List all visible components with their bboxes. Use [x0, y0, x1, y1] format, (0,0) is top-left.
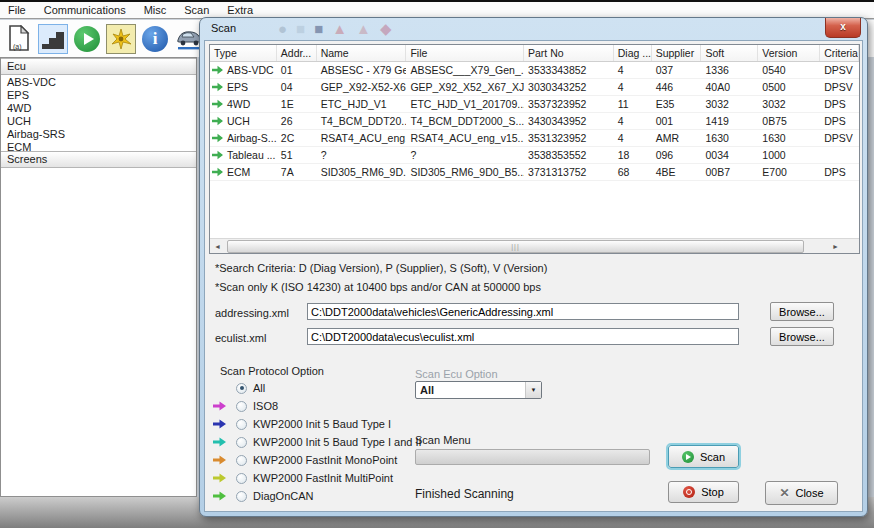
- protocol-option-all[interactable]: All: [213, 380, 265, 396]
- column-header-criteria[interactable]: Criteria: [820, 45, 859, 61]
- cell-name: RSAT4_ACU_eng...: [317, 132, 407, 144]
- protocol-radio[interactable]: [236, 383, 247, 394]
- column-header-version[interactable]: Version: [758, 45, 820, 61]
- chevron-down-icon[interactable]: ▼: [525, 382, 541, 398]
- cell-supplier: 4BE: [652, 166, 702, 178]
- dialog-title: Scan: [211, 22, 236, 34]
- menu-item-misc[interactable]: Misc: [144, 4, 167, 16]
- scroll-right-icon[interactable]: ►: [828, 240, 843, 253]
- menu-item-extra[interactable]: Extra: [227, 4, 253, 16]
- info-icon[interactable]: i: [140, 24, 170, 54]
- column-header-type[interactable]: Type: [210, 45, 277, 61]
- protocol-option-kwp2000-fastinit-monopoint[interactable]: KWP2000 FastInit MonoPoint: [213, 452, 397, 468]
- protocol-radio[interactable]: [236, 491, 247, 502]
- cell-addr: 51: [277, 149, 317, 161]
- column-header-part_no[interactable]: Part No: [524, 45, 614, 61]
- scan-ecu-option-dropdown[interactable]: All ▼: [415, 381, 542, 399]
- sidebar-screens-header[interactable]: Screens: [1, 151, 196, 168]
- scrollbar-thumb[interactable]: |||: [227, 240, 804, 253]
- column-header-name[interactable]: Name: [317, 45, 407, 61]
- watermark-ghost-icons: ● ■ ■ ▲ ▲ ◆: [278, 20, 391, 38]
- cell-version: 1630: [758, 132, 820, 144]
- column-header-diag[interactable]: Diag ...: [614, 45, 652, 61]
- menu-item-communications[interactable]: Communications: [44, 4, 126, 16]
- scroll-left-icon[interactable]: ◄: [210, 240, 225, 253]
- table-row[interactable]: EPS04GEP_X92-X52-X6...GEP_X92_X52_X67_XJ…: [210, 79, 859, 96]
- protocol-option-label: KWP2000 FastInit MultiPoint: [253, 472, 393, 484]
- table-row[interactable]: 4WD1EETC_HJD_V1ETC_HJD_V1_201709...35373…: [210, 96, 859, 113]
- protocol-arrow-icon: [213, 454, 226, 466]
- cell-addr: 1E: [277, 98, 317, 110]
- menu-item-file[interactable]: File: [8, 4, 26, 16]
- protocol-option-label: KWP2000 Init 5 Baud Type I: [253, 418, 391, 430]
- steps-icon[interactable]: [38, 24, 68, 54]
- protocol-radio[interactable]: [236, 437, 247, 448]
- protocol-radio[interactable]: [236, 401, 247, 412]
- sidebar-item-eps[interactable]: EPS: [1, 89, 196, 102]
- protocol-arrow-icon: [213, 400, 226, 412]
- dialog-titlebar[interactable]: Scan ● ■ ■ ▲ ▲ ◆ x: [200, 18, 867, 40]
- cell-part_no: 3533343852: [524, 64, 614, 76]
- green-arrow-icon: [212, 82, 223, 93]
- table-row[interactable]: UCH26T4_BCM_DDT20...T4_BCM_DDT2000_S...3…: [210, 113, 859, 130]
- protocol-arrow-icon: [213, 436, 226, 448]
- table-row[interactable]: ECM7ASID305_RM6_9D...SID305_RM6_9D0_B5..…: [210, 164, 859, 181]
- protocol-option-kwp2000-fastinit-multipoint[interactable]: KWP2000 FastInit MultiPoint: [213, 470, 393, 486]
- protocol-option-label: KWP2000 FastInit MonoPoint: [253, 454, 397, 466]
- sidebar-item-4wd[interactable]: 4WD: [1, 102, 196, 115]
- table-row[interactable]: ABS-VDC01ABSESC - X79 Ge...ABSESC___X79_…: [210, 62, 859, 79]
- cell-diag: 18: [614, 149, 652, 161]
- protocol-arrow-icon: [213, 418, 226, 430]
- table-row[interactable]: Airbag-S...2CRSAT4_ACU_eng...RSAT4_ACU_e…: [210, 130, 859, 147]
- addressing-browse-button[interactable]: Browse...: [770, 302, 834, 321]
- protocol-option-diagoncan[interactable]: DiagOnCAN: [213, 488, 314, 504]
- scan-ecu-option-value: All: [416, 384, 525, 396]
- protocol-option-kwp2000-init-5-baud-type-i-and-ii[interactable]: KWP2000 Init 5 Baud Type I and II: [213, 434, 422, 450]
- eculist-xml-input[interactable]: [307, 328, 739, 345]
- protocol-radio[interactable]: [236, 455, 247, 466]
- stop-button[interactable]: Stop: [668, 481, 739, 503]
- cell-addr: 26: [277, 115, 317, 127]
- column-header-file[interactable]: File: [406, 45, 524, 61]
- protocol-option-label: All: [253, 382, 265, 394]
- green-arrow-icon: [212, 99, 223, 110]
- titlebar-close-button[interactable]: x: [825, 18, 861, 38]
- dialog-client-area: TypeAddr...NameFilePart NoDiag ...Suppli…: [204, 40, 863, 512]
- table-row[interactable]: Tableau ...51??35383535521809600341000: [210, 147, 859, 164]
- cell-soft: 0034: [702, 149, 759, 161]
- protocol-option-kwp2000-init-5-baud-type-i[interactable]: KWP2000 Init 5 Baud Type I: [213, 416, 391, 432]
- menu-item-scan[interactable]: Scan: [184, 4, 209, 16]
- sidebar-ecu-header[interactable]: Ecu: [1, 58, 196, 75]
- cell-criteria: DPSV: [820, 81, 859, 93]
- horizontal-scrollbar[interactable]: ◄ ||| ►: [210, 238, 859, 253]
- eculist-browse-button[interactable]: Browse...: [770, 327, 834, 346]
- scan-button[interactable]: Scan: [668, 445, 739, 468]
- scan-protocol-option-title: Scan Protocol Option: [220, 365, 324, 377]
- close-button[interactable]: ✕ Close: [765, 481, 838, 505]
- sidebar-item-abs-vdc[interactable]: ABS-VDC: [1, 76, 196, 89]
- cell-type: ECM: [223, 166, 277, 178]
- new-document-icon[interactable]: (a): [4, 24, 34, 54]
- protocol-radio[interactable]: [236, 473, 247, 484]
- protocol-option-iso8[interactable]: ISO8: [213, 398, 278, 414]
- play-icon[interactable]: [72, 24, 102, 54]
- cell-version: 1000: [758, 149, 820, 161]
- sparkle-icon[interactable]: [106, 24, 136, 54]
- column-header-addr[interactable]: Addr...: [277, 45, 317, 61]
- cell-criteria: DPSV: [820, 64, 859, 76]
- addressing-xml-input[interactable]: [307, 303, 739, 320]
- cell-file: SID305_RM6_9D0_B5...: [406, 166, 524, 178]
- sidebar-item-uch[interactable]: UCH: [1, 115, 196, 128]
- cell-type: EPS: [223, 81, 277, 93]
- svg-text:(a): (a): [13, 43, 22, 51]
- cell-diag: 11: [614, 98, 652, 110]
- cell-diag: 4: [614, 81, 652, 93]
- document-glyph: (a): [7, 25, 31, 53]
- table-body: ABS-VDC01ABSESC - X79 Ge...ABSESC___X79_…: [210, 62, 859, 181]
- cell-name: T4_BCM_DDT20...: [317, 115, 407, 127]
- column-header-soft[interactable]: Soft: [701, 45, 758, 61]
- column-header-supplier[interactable]: Supplier: [652, 45, 702, 61]
- sidebar-item-airbag-srs[interactable]: Airbag-SRS: [1, 128, 196, 141]
- protocol-radio[interactable]: [236, 419, 247, 430]
- cell-supplier: 037: [652, 64, 702, 76]
